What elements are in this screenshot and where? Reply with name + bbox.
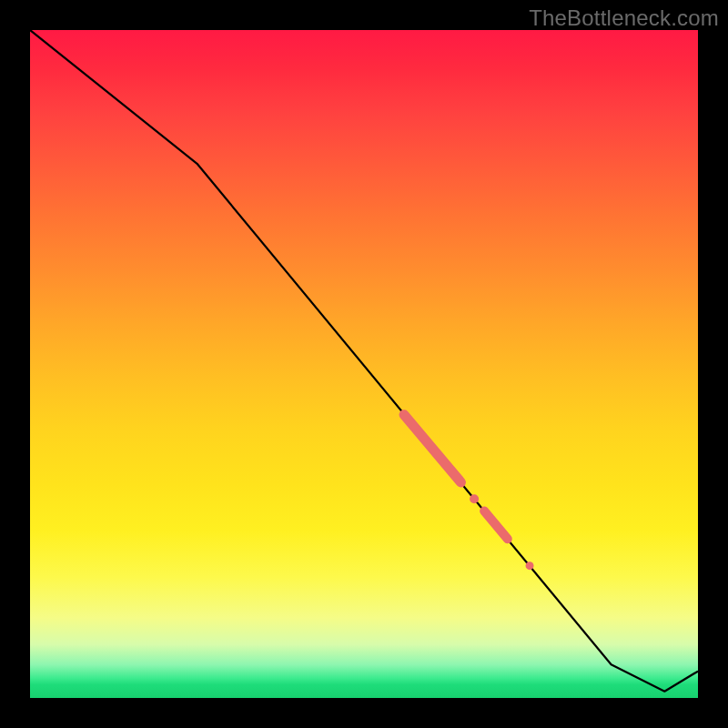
chart-overlay: [30, 30, 698, 698]
marker-dot: [526, 561, 534, 570]
plot-area: [30, 30, 698, 698]
watermark-text: TheBottleneck.com: [529, 5, 719, 31]
marker-segment: [484, 511, 508, 539]
curve-line: [30, 30, 698, 692]
marker-segment: [404, 415, 460, 482]
marker-dot: [470, 494, 479, 503]
